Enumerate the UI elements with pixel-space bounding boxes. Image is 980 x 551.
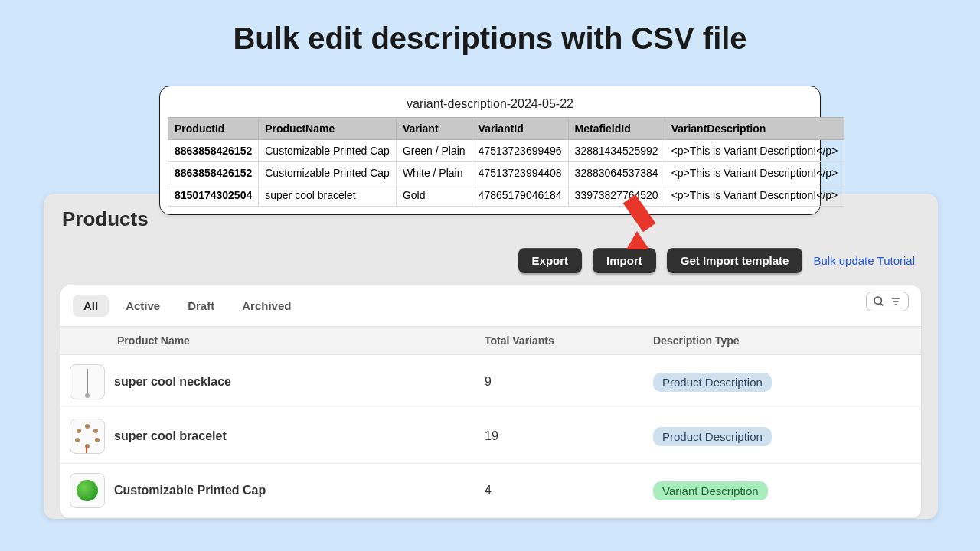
bulk-update-tutorial-link[interactable]: Bulk update Tutorial [813,254,915,267]
export-button[interactable]: Export [518,248,583,273]
csv-cell-metafieldid: 33973827764520 [568,184,665,207]
csv-col-productname: ProductName [259,118,397,140]
product-thumbnail [70,364,105,399]
product-row[interactable]: Customizable Printed Cap 4 Variant Descr… [60,464,921,518]
tab-all[interactable]: All [73,295,109,317]
csv-cell-variant: Green / Plain [396,140,472,162]
description-type-badge: Product Description [653,373,772,392]
product-name: super cool bracelet [114,429,485,443]
csv-col-desc: VariantDescription [665,118,844,140]
csv-cell-metafieldid: 32883064537384 [568,162,665,184]
col-head-name: Product Name [114,334,485,347]
page-title: Bulk edit descriptions with CSV file [0,0,980,56]
csv-cell-metafieldid: 32881434525992 [568,140,665,162]
variant-count: 19 [485,429,653,443]
description-type-badge: Product Description [653,427,772,446]
csv-cell-variantid: 47865179046184 [472,184,568,207]
csv-cell-desc: <p>This is Variant Description!</p> [665,140,844,162]
filter-icon [890,295,902,308]
product-thumbnail [70,473,105,508]
get-import-template-button[interactable]: Get Import template [667,248,803,273]
csv-cell-productid: 8863858426152 [168,140,259,162]
product-row[interactable]: super cool necklace 9 Product Descriptio… [60,355,921,409]
tab-archived[interactable]: Archived [231,295,302,317]
products-panel: Products Export Import Get Import templa… [44,194,938,519]
tab-draft[interactable]: Draft [177,295,225,317]
search-icon [873,295,885,308]
csv-cell-productid: 8863858426152 [168,162,259,184]
csv-cell-variantid: 47513723994408 [472,162,568,184]
csv-cell-variant: White / Plain [396,162,472,184]
col-head-variants: Total Variants [485,334,653,347]
product-thumbnail [70,419,105,454]
tab-active[interactable]: Active [115,295,171,317]
csv-cell-productname: Customizable Printed Cap [259,162,397,184]
svg-line-3 [880,303,883,305]
csv-preview-card: variant-description-2024-05-22 ProductId… [159,86,821,215]
import-button[interactable]: Import [593,248,656,273]
variant-count: 4 [485,484,653,497]
csv-row: 8863858426152 Customizable Printed Cap W… [168,162,844,184]
action-bar: Export Import Get Import template Bulk u… [44,231,938,285]
product-row[interactable]: super cool bracelet 19 Product Descripti… [60,409,921,464]
csv-table: ProductId ProductName Variant VariantId … [168,117,844,207]
svg-point-2 [874,297,881,304]
csv-cell-productname: Customizable Printed Cap [259,140,397,162]
csv-col-variant: Variant [396,118,472,140]
csv-row: 8150174302504 super cool bracelet Gold 4… [168,184,844,207]
tab-row: All Active Draft Archived [60,285,921,326]
product-name: super cool necklace [114,375,485,389]
col-head-desctype: Description Type [653,334,921,347]
csv-col-metafieldid: MetafieldId [568,118,665,140]
csv-cell-variantid: 47513723699496 [472,140,568,162]
csv-col-productid: ProductId [168,118,259,140]
csv-cell-productid: 8150174302504 [168,184,259,207]
variant-count: 9 [485,375,653,389]
csv-col-variantid: VariantId [472,118,568,140]
csv-cell-desc: <p>This is Variant Description!</p> [665,162,844,184]
csv-cell-variant: Gold [396,184,472,207]
products-list-card: All Active Draft Archived Product Name T… [60,285,921,518]
csv-cell-desc: <p>This is Variant Description!</p> [665,184,844,207]
search-filter-button[interactable] [866,292,909,311]
column-header-row: Product Name Total Variants Description … [60,326,921,355]
description-type-badge: Variant Description [653,481,768,500]
csv-filename: variant-description-2024-05-22 [168,94,812,117]
csv-cell-productname: super cool bracelet [259,184,397,207]
csv-row: 8863858426152 Customizable Printed Cap G… [168,140,844,162]
product-name: Customizable Printed Cap [114,484,485,497]
